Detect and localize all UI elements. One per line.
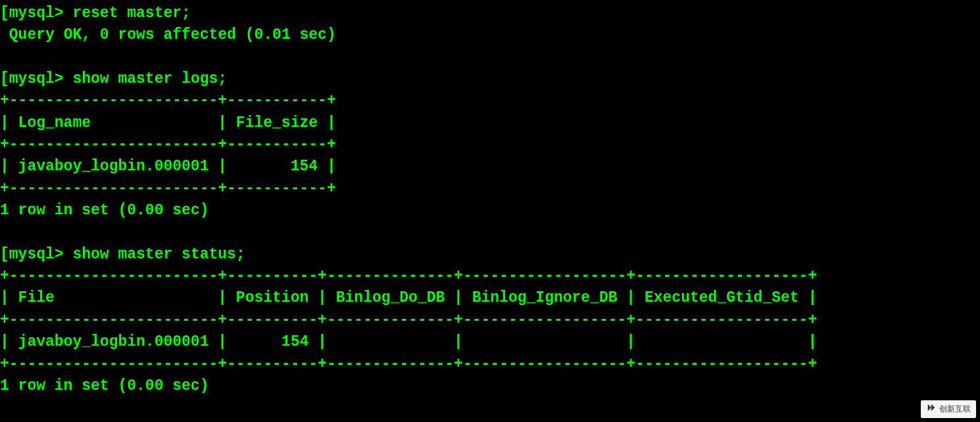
logs-header: | Log_name | File_size | xyxy=(0,114,336,131)
prompt: mysql> xyxy=(9,246,64,263)
status-sep-bot: +-----------------------+----------+----… xyxy=(0,356,817,373)
status-sep-mid: +-----------------------+----------+----… xyxy=(0,312,817,329)
watermark-badge: 创新互联 xyxy=(921,400,976,418)
status-sep-top: +-----------------------+----------+----… xyxy=(0,268,817,285)
logs-sep-mid: +-----------------------+-----------+ xyxy=(0,136,336,153)
command-reset: reset master; xyxy=(72,5,190,22)
status-header: | File | Position | Binlog_Do_DB | Binlo… xyxy=(0,289,817,306)
bracket: [ xyxy=(0,70,9,87)
watermark-icon xyxy=(926,402,937,416)
prompt: mysql> xyxy=(9,5,64,22)
logs-footer: 1 row in set (0.00 sec) xyxy=(0,202,208,219)
bracket: [ xyxy=(0,246,9,263)
command-logs: show master logs; xyxy=(72,70,227,87)
bracket: [ xyxy=(0,5,9,22)
reset-response: Query OK, 0 rows affected (0.01 sec) xyxy=(9,26,336,43)
logs-sep-top: +-----------------------+-----------+ xyxy=(0,92,336,109)
command-status: show master status; xyxy=(72,246,245,263)
logs-row: | javaboy_logbin.000001 | 154 | xyxy=(0,158,336,175)
status-row: | javaboy_logbin.000001 | 154 | | | | xyxy=(0,333,817,350)
logs-sep-bot: +-----------------------+-----------+ xyxy=(0,180,336,197)
prompt: mysql> xyxy=(9,70,64,87)
terminal-output: [mysql> reset master; Query OK, 0 rows a… xyxy=(0,0,980,397)
watermark-text: 创新互联 xyxy=(939,404,971,415)
status-footer: 1 row in set (0.00 sec) xyxy=(0,377,208,394)
